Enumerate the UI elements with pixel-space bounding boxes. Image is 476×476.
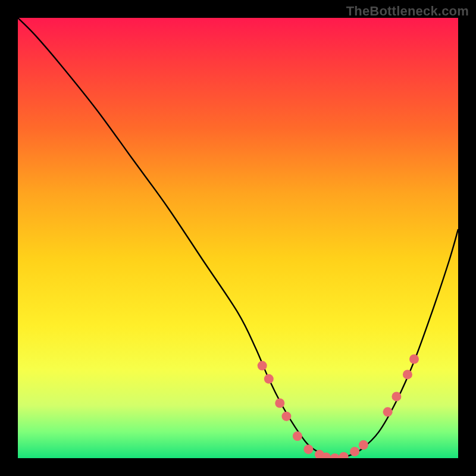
chart-frame: TheBottleneck.com xyxy=(0,0,476,476)
plot-area xyxy=(18,18,458,458)
watermark-text: TheBottleneck.com xyxy=(346,4,469,19)
